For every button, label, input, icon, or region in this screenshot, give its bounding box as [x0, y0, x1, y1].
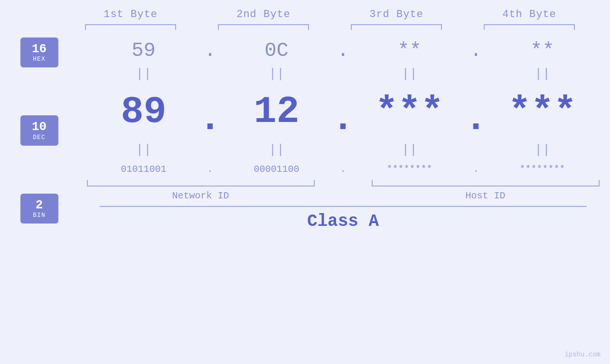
dec-display-4: *** [508, 85, 576, 138]
byte-2-label: 2nd Byte [236, 9, 291, 20]
bin-name: BIN [26, 212, 53, 219]
bin-val-2: 00001100 [220, 159, 334, 177]
eq1-2: || [269, 65, 285, 83]
hex-name: HEX [26, 56, 53, 63]
eq-row-1: || || || || [87, 65, 600, 83]
bracket-top-1 [85, 24, 176, 30]
eq-row-2: || || || || [87, 140, 600, 159]
dec-dot-2: . [334, 83, 353, 140]
bin-display-2: 00001100 [253, 159, 299, 177]
bin-display-4: ******** [519, 159, 565, 177]
hex-val-4: ** [486, 30, 600, 65]
hex-badge: 16 HEX [20, 37, 58, 68]
bin-number: 2 [26, 198, 53, 212]
bin-row: 01011001 . 00001100 . ******** . [87, 159, 600, 177]
bin-display-3: ******** [386, 159, 432, 177]
host-id-bracket: Host ID [353, 180, 600, 201]
hex-display-2: 0C [264, 30, 288, 65]
byte-col-4: 4th Byte [472, 9, 586, 30]
eq1-1: || [136, 65, 152, 83]
class-section: Class A [87, 206, 600, 231]
bin-badge: 2 BIN [20, 194, 58, 224]
bin-val-3: ******** [353, 159, 467, 177]
class-label: Class A [307, 212, 379, 231]
bin-dot-1: . [201, 159, 220, 177]
eq2-4: || [535, 140, 551, 159]
eq1-4: || [535, 65, 551, 83]
dec-display-2: 12 [253, 85, 299, 138]
byte-3-label: 3rd Byte [369, 9, 423, 20]
eq2-2: || [269, 140, 285, 159]
host-bracket-line [372, 180, 600, 187]
bin-dot-3: . [467, 159, 486, 177]
dec-name: DEC [26, 134, 53, 141]
id-brackets-row: Network ID Host ID [87, 180, 600, 201]
base-labels-column: 16 HEX 10 DEC 2 BIN [11, 30, 87, 231]
hex-row: 59 . 0C . ** . ** [87, 30, 600, 65]
hex-dot-1: . [201, 30, 220, 65]
eq2-3: || [402, 140, 418, 159]
hex-dot-3: . [467, 30, 486, 65]
bin-display-1: 01011001 [121, 159, 166, 177]
network-bracket-line [87, 180, 315, 187]
bracket-top-4 [484, 24, 575, 30]
bin-val-1: 01011001 [87, 159, 201, 177]
byte-col-3: 3rd Byte [339, 9, 453, 30]
dec-display-3: *** [375, 85, 443, 138]
bracket-top-2 [218, 24, 309, 30]
bin-dot-2: . [334, 159, 353, 177]
byte-col-1: 1st Byte [74, 9, 188, 30]
hex-val-1: 59 [87, 30, 201, 65]
dec-number: 10 [26, 120, 53, 134]
eq2-1: || [136, 140, 152, 159]
dec-val-4: *** [486, 83, 600, 140]
values-area: 59 . 0C . ** . ** [87, 30, 600, 231]
hex-display-1: 59 [131, 30, 155, 65]
host-id-label: Host ID [372, 190, 600, 201]
dec-display-1: 89 [121, 85, 166, 138]
watermark: ipshu.com [564, 351, 601, 358]
byte-1-label: 1st Byte [103, 9, 158, 20]
hex-val-2: 0C [220, 30, 334, 65]
eq1-3: || [402, 65, 418, 83]
dec-row: 89 . 12 . *** . *** [87, 83, 600, 140]
hex-dot-2: . [334, 30, 353, 65]
bin-val-4: ******** [486, 159, 600, 177]
main-container: 1st Byte 2nd Byte 3rd Byte 4th Byte [0, 0, 610, 364]
values-section: 16 HEX 10 DEC 2 BIN 59 . [11, 30, 600, 231]
dec-dot-1: . [201, 83, 220, 140]
network-id-label: Network ID [87, 190, 315, 201]
class-line [100, 206, 587, 207]
dec-val-2: 12 [220, 83, 334, 140]
network-id-bracket: Network ID [87, 180, 334, 201]
hex-display-4: ** [530, 30, 554, 65]
byte-4-label: 4th Byte [502, 9, 556, 20]
header-row: 1st Byte 2nd Byte 3rd Byte 4th Byte [0, 9, 610, 30]
hex-val-3: ** [353, 30, 467, 65]
dec-val-1: 89 [87, 83, 201, 140]
dec-dot-3: . [467, 83, 486, 140]
dec-badge: 10 DEC [20, 115, 58, 146]
hex-number: 16 [26, 42, 53, 56]
bracket-top-3 [351, 24, 442, 30]
hex-display-3: ** [397, 30, 421, 65]
dec-val-3: *** [353, 83, 467, 140]
byte-col-2: 2nd Byte [206, 9, 320, 30]
